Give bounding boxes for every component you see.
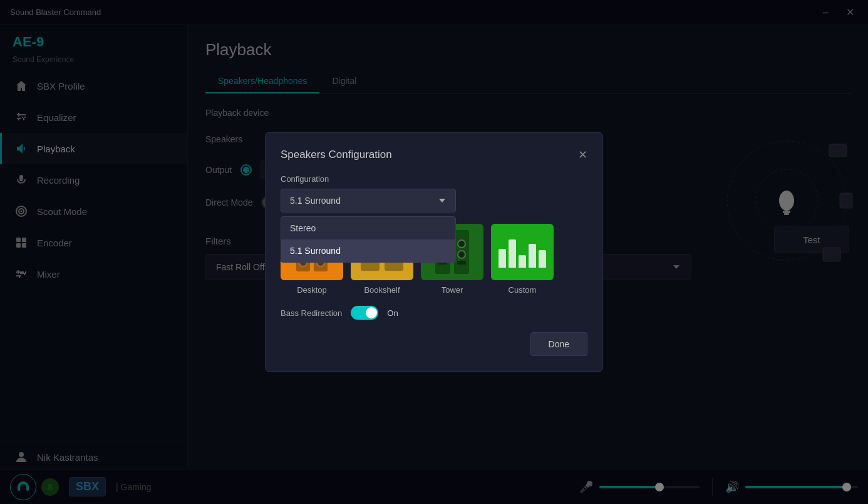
modal-title-text: Speakers Configuration <box>281 149 392 161</box>
bookshelf-label: Bookshelf <box>364 285 400 295</box>
config-dropdown-container: 5.1 Surround Stereo 5.1 Surround <box>281 189 587 213</box>
custom-label: Custom <box>509 285 537 295</box>
dropdown-option-surround[interactable]: 5.1 Surround <box>281 239 455 262</box>
dropdown-option-stereo[interactable]: Stereo <box>281 217 455 239</box>
desktop-label: Desktop <box>297 285 327 295</box>
modal-title-row: Speakers Configuration ✕ <box>281 148 587 162</box>
bass-redirection-row: Bass Redirection On <box>281 306 587 320</box>
custom-card-image <box>491 224 554 280</box>
config-label: Configuration <box>281 174 587 184</box>
modal-close-button[interactable]: ✕ <box>578 148 587 162</box>
config-dropdown-button[interactable]: 5.1 Surround <box>281 189 456 213</box>
speaker-type-custom[interactable]: Custom <box>491 224 554 295</box>
modal-footer: Done <box>281 332 587 356</box>
tower-label: Tower <box>442 285 463 295</box>
bass-redirection-toggle[interactable] <box>351 306 378 320</box>
config-dropdown-menu: Stereo 5.1 Surround <box>281 216 456 263</box>
bass-redirection-state: On <box>387 308 398 318</box>
done-button[interactable]: Done <box>530 332 587 356</box>
bass-redirection-label: Bass Redirection <box>281 308 342 318</box>
modal-overlay: Speakers Configuration ✕ Configuration 5… <box>0 0 868 504</box>
speakers-config-modal: Speakers Configuration ✕ Configuration 5… <box>265 132 603 372</box>
config-dropdown-value: 5.1 Surround <box>290 196 341 206</box>
